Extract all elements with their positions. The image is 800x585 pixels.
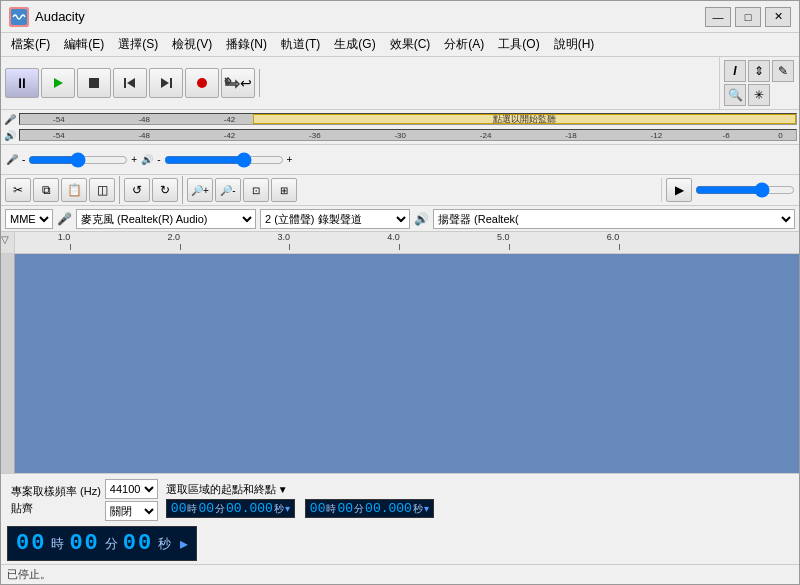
start-time-field[interactable]: 00 時 00 分 00.000 秒 ▾ bbox=[166, 499, 295, 518]
menu-bar: 檔案(F)編輯(E)選擇(S)檢視(V)播錄(N)軌道(T)生成(G)效果(C)… bbox=[1, 33, 799, 57]
track-area[interactable] bbox=[1, 254, 799, 473]
big-time-row: 00 時 00 分 00 秒 ▸ bbox=[7, 526, 793, 561]
vu-scale-inner-1: -54 -48 -42 -36 -30 -24 -18 -12 -6 0 點選以… bbox=[20, 114, 796, 124]
vu-scale-1[interactable]: -54 -48 -42 -36 -30 -24 -18 -12 -6 0 點選以… bbox=[19, 113, 797, 125]
copy-button[interactable]: ⧉ bbox=[33, 178, 59, 202]
menu-item-選擇S[interactable]: 選擇(S) bbox=[112, 34, 164, 55]
output-volume-slider[interactable] bbox=[164, 153, 284, 167]
start-arrow[interactable]: ▾ bbox=[285, 503, 290, 514]
input-volume-slider[interactable] bbox=[28, 153, 128, 167]
start-s-label: 秒 bbox=[274, 502, 284, 516]
cursor-tool[interactable]: I bbox=[724, 60, 746, 82]
undo-button[interactable]: ↺ bbox=[124, 178, 150, 202]
skip-forward-button[interactable] bbox=[149, 68, 183, 98]
sel-label-row: 選取區域的起點和終點 ▼ bbox=[166, 482, 789, 497]
big-time-display: 00 時 00 分 00 秒 ▸ bbox=[7, 526, 197, 561]
vu-tooltip: 點選以開始監聽 bbox=[253, 114, 796, 124]
minus-label: - bbox=[22, 154, 25, 165]
draw-tool[interactable]: ✎ bbox=[772, 60, 794, 82]
redo-button[interactable]: ↻ bbox=[152, 178, 178, 202]
mic-device-icon: 🎤 bbox=[57, 212, 72, 226]
menu-item-播錄N[interactable]: 播錄(N) bbox=[220, 34, 273, 55]
fit-project-button[interactable]: ⊞ bbox=[271, 178, 297, 202]
main-layout: Audacity — □ ✕ 檔案(F)編輯(E)選擇(S)檢視(V)播錄(N)… bbox=[1, 1, 799, 584]
play-button[interactable] bbox=[41, 68, 75, 98]
mic-select[interactable]: 麥克風 (Realtek(R) Audio) bbox=[76, 209, 256, 229]
trim-button[interactable]: ◫ bbox=[89, 178, 115, 202]
multi-tool[interactable]: ⇕ bbox=[748, 60, 770, 82]
menu-item-工具O[interactable]: 工具(O) bbox=[492, 34, 545, 55]
zoom-tool[interactable]: 🔍 bbox=[724, 84, 746, 106]
zoom-out-button[interactable]: 🔎- bbox=[215, 178, 241, 202]
speaker-icon: 🔊 bbox=[3, 130, 17, 141]
sel-label-text: 選取區域的起點和終點 bbox=[166, 482, 276, 497]
transport-toolbar: ⏸ bbox=[1, 57, 719, 109]
timeline-ruler: ▽ 1.02.03.04.05.06.0 bbox=[1, 232, 799, 254]
menu-item-編輯E[interactable]: 編輯(E) bbox=[58, 34, 110, 55]
big-m-label: 分 bbox=[105, 535, 118, 553]
paste-button[interactable]: 📋 bbox=[61, 178, 87, 202]
menu-item-檢視V[interactable]: 檢視(V) bbox=[166, 34, 218, 55]
ruler-mark-1.0: 1.0 bbox=[70, 232, 71, 250]
snap-select[interactable]: 關閉 bbox=[105, 501, 158, 521]
plus-label: + bbox=[131, 154, 137, 165]
start-m-label: 分 bbox=[215, 502, 225, 516]
device-row: MME 🎤 麥克風 (Realtek(R) Audio) 2 (立體聲) 錄製聲… bbox=[1, 206, 799, 232]
vu-row-2: 🔊 -54 -48 -42 -36 -30 -24 -18 -12 -6 0 bbox=[3, 127, 797, 143]
ruler-mark-5.0: 5.0 bbox=[509, 232, 510, 250]
speaker-select[interactable]: 揚聲器 (Realtek( bbox=[433, 209, 795, 229]
svg-rect-3 bbox=[124, 78, 126, 88]
menu-item-分析A[interactable]: 分析(A) bbox=[438, 34, 490, 55]
loop-button[interactable]: ↩ bbox=[221, 68, 255, 98]
vu-scale-2[interactable]: -54 -48 -42 -36 -30 -24 -18 -12 -6 0 bbox=[19, 129, 797, 141]
start-mm: 00 bbox=[198, 501, 214, 516]
ruler-mark-2.0: 2.0 bbox=[180, 232, 181, 250]
tool-row-2: 🔍 ✳ bbox=[724, 84, 795, 106]
status-bar: 已停止。 bbox=[1, 564, 799, 584]
maximize-button[interactable]: □ bbox=[735, 7, 761, 27]
menu-item-說明H[interactable]: 說明(H) bbox=[548, 34, 601, 55]
play-speed-slider[interactable] bbox=[695, 183, 795, 197]
vu-scale-inner-2: -54 -48 -42 -36 -30 -24 -18 -12 -6 0 bbox=[20, 130, 796, 140]
edit-divider-1 bbox=[119, 176, 120, 204]
plus-label-2: + bbox=[287, 154, 293, 165]
stop-button[interactable] bbox=[77, 68, 111, 98]
skip-back-button[interactable] bbox=[113, 68, 147, 98]
menu-item-生成G[interactable]: 生成(G) bbox=[328, 34, 381, 55]
svg-point-7 bbox=[197, 78, 207, 88]
end-arrow[interactable]: ▾ bbox=[424, 503, 429, 514]
play-speed-play[interactable]: ▶ bbox=[666, 178, 692, 202]
sel-dropdown-arrow[interactable]: ▼ bbox=[278, 484, 288, 495]
end-s-label: 秒 bbox=[413, 502, 423, 516]
app-title: Audacity bbox=[35, 9, 705, 24]
start-ss: 00.000 bbox=[226, 501, 273, 516]
ruler-mark-6.0: 6.0 bbox=[619, 232, 620, 250]
vu-row-1: 🎤 -54 -48 -42 -36 -30 -24 -18 -12 -6 0 點… bbox=[3, 111, 797, 127]
minimize-button[interactable]: — bbox=[705, 7, 731, 27]
app-icon bbox=[9, 7, 29, 27]
channels-select[interactable]: 2 (立體聲) 錄製聲道 bbox=[260, 209, 410, 229]
big-ss: 00 bbox=[123, 531, 153, 556]
big-mm: 00 bbox=[69, 531, 99, 556]
end-ss: 00.000 bbox=[365, 501, 412, 516]
menu-item-軌道T[interactable]: 軌道(T) bbox=[275, 34, 326, 55]
end-hh: 00 bbox=[310, 501, 326, 516]
speaker-device-icon: 🔊 bbox=[414, 212, 429, 226]
api-select[interactable]: MME bbox=[5, 209, 53, 229]
close-button[interactable]: ✕ bbox=[765, 7, 791, 27]
record-button[interactable] bbox=[185, 68, 219, 98]
menu-item-效果C[interactable]: 效果(C) bbox=[384, 34, 437, 55]
pause-button[interactable]: ⏸ bbox=[5, 68, 39, 98]
zoom-in-button[interactable]: 🔎+ bbox=[187, 178, 213, 202]
end-time-field[interactable]: 00 時 00 分 00.000 秒 ▾ bbox=[305, 499, 434, 518]
menu-item-檔案F[interactable]: 檔案(F) bbox=[5, 34, 56, 55]
fit-view-button[interactable]: ⊡ bbox=[243, 178, 269, 202]
big-hh: 00 bbox=[16, 531, 46, 556]
cut-button[interactable]: ✂ bbox=[5, 178, 31, 202]
envelope-tool[interactable]: ✳ bbox=[748, 84, 770, 106]
big-time-arrow[interactable]: ▸ bbox=[180, 534, 188, 553]
snap-label: 貼齊 bbox=[11, 501, 101, 516]
bottom-area: 專案取樣頻率 (Hz) 貼齊 44100 關閉 選取區域的起點和終點 ▼ bbox=[1, 473, 799, 564]
sample-rate-select[interactable]: 44100 bbox=[105, 479, 158, 499]
toolbar-section: ⏸ bbox=[1, 57, 799, 110]
